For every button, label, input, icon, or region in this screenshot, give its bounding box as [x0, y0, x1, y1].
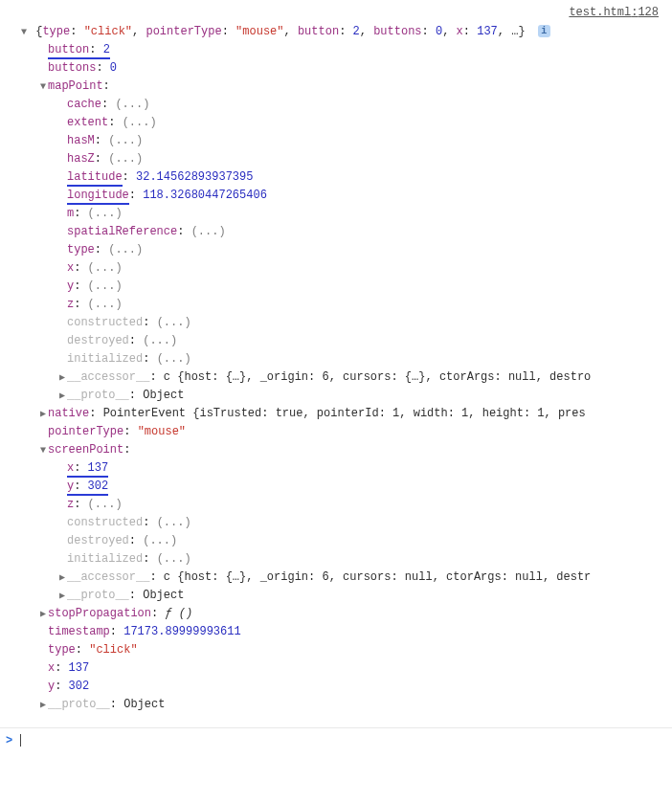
prop-hasM[interactable]: hasM: (...): [19, 132, 668, 150]
prop-button[interactable]: button: 2: [19, 41, 668, 59]
console-output: {type: "click", pointerType: "mouse", bu…: [0, 23, 672, 720]
prop-stopPropagation[interactable]: stopPropagation: ƒ (): [19, 605, 668, 623]
prop-buttons[interactable]: buttons: 0: [19, 59, 668, 78]
prop-screen-x[interactable]: x: 137: [19, 459, 668, 478]
prop-extent[interactable]: extent: (...): [19, 114, 668, 132]
prop-screen-y[interactable]: y: 302: [19, 478, 668, 496]
disclosure-right-icon[interactable]: [57, 569, 67, 587]
info-icon[interactable]: i: [538, 25, 550, 37]
disclosure-right-icon[interactable]: [38, 406, 48, 423]
prop-hasZ[interactable]: hasZ: (...): [19, 150, 668, 168]
prop-y[interactable]: y: (...): [19, 278, 668, 296]
source-file: test.html: [569, 6, 631, 19]
prop-m[interactable]: m: (...): [19, 205, 668, 223]
prop-type[interactable]: type: (...): [19, 241, 668, 259]
console-prompt[interactable]: >: [0, 727, 672, 753]
prop-accessor[interactable]: __accessor__: c {host: {…}, _origin: 6, …: [19, 569, 668, 587]
prop-proto[interactable]: __proto__: Object: [19, 696, 668, 714]
source-line: 128: [638, 6, 659, 19]
prop-x[interactable]: x: (...): [19, 259, 668, 278]
prop-constructed[interactable]: constructed: (...): [19, 314, 668, 332]
prop-destroyed[interactable]: destroyed: (...): [19, 332, 668, 350]
prop-x[interactable]: x: 137: [19, 659, 668, 678]
prop-latitude[interactable]: latitude: 32.14562893937395: [19, 168, 668, 187]
disclosure-right-icon[interactable]: [38, 697, 48, 714]
object-summary[interactable]: {type: "click", pointerType: "mouse", bu…: [19, 23, 668, 41]
prop-timestamp[interactable]: timestamp: 17173.89999993611: [19, 623, 668, 641]
disclosure-down-icon[interactable]: [38, 442, 48, 459]
prop-initialized[interactable]: initialized: (...): [19, 550, 668, 569]
prop-z[interactable]: z: (...): [19, 296, 668, 314]
prop-cache[interactable]: cache: (...): [19, 96, 668, 114]
prop-longitude[interactable]: longitude: 118.32680447265406: [19, 187, 668, 205]
disclosure-right-icon[interactable]: [57, 369, 67, 387]
disclosure-right-icon[interactable]: [38, 606, 48, 623]
prop-native[interactable]: native: PointerEvent {isTrusted: true, p…: [19, 405, 668, 423]
prop-destroyed[interactable]: destroyed: (...): [19, 532, 668, 550]
prop-y[interactable]: y: 302: [19, 678, 668, 696]
prop-accessor[interactable]: __accessor__: c {host: {…}, _origin: 6, …: [19, 368, 668, 387]
prop-type[interactable]: type: "click": [19, 641, 668, 659]
disclosure-right-icon[interactable]: [57, 588, 67, 605]
prop-constructed[interactable]: constructed: (...): [19, 514, 668, 532]
prop-screenPoint[interactable]: screenPoint:: [19, 441, 668, 459]
disclosure-down-icon[interactable]: [19, 24, 29, 41]
prop-screen-z[interactable]: z: (...): [19, 496, 668, 514]
prop-proto[interactable]: __proto__: Object: [19, 387, 668, 405]
text-cursor: [20, 734, 21, 747]
disclosure-down-icon[interactable]: [38, 78, 48, 96]
prop-spatialReference[interactable]: spatialReference: (...): [19, 223, 668, 241]
prompt-caret-icon: >: [6, 734, 12, 747]
disclosure-right-icon[interactable]: [57, 388, 67, 405]
prop-initialized[interactable]: initialized: (...): [19, 350, 668, 368]
source-link[interactable]: test.html:128: [0, 0, 672, 23]
prop-pointerType[interactable]: pointerType: "mouse": [19, 423, 668, 441]
prop-mapPoint[interactable]: mapPoint:: [19, 78, 668, 96]
prop-proto[interactable]: __proto__: Object: [19, 587, 668, 605]
